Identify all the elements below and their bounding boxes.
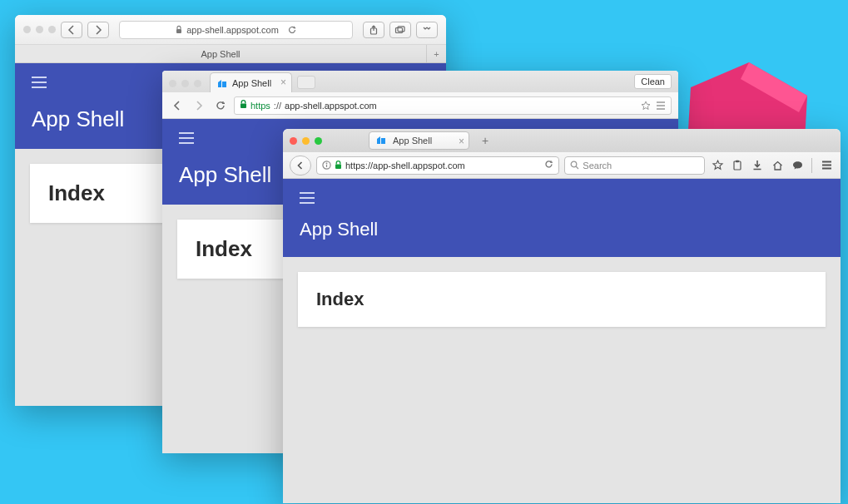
lock-icon bbox=[176, 26, 182, 34]
traffic-lights[interactable] bbox=[169, 80, 201, 87]
hamburger-icon[interactable] bbox=[32, 77, 48, 88]
lock-icon bbox=[240, 100, 247, 111]
svg-rect-13 bbox=[736, 161, 739, 162]
tab-app-shell[interactable]: App Shell bbox=[15, 45, 426, 63]
chrome-tabbar: App Shell × Clean bbox=[162, 71, 678, 92]
svg-rect-10 bbox=[335, 165, 341, 170]
chrome-toolbar: https://app-shell.appspot.com bbox=[162, 92, 678, 119]
app-header: App Shell bbox=[283, 179, 841, 257]
reload-button[interactable] bbox=[544, 160, 553, 170]
menu-icon[interactable] bbox=[656, 101, 666, 111]
home-icon[interactable] bbox=[770, 158, 785, 173]
new-tab-button[interactable] bbox=[297, 76, 315, 89]
search-placeholder: Search bbox=[583, 161, 612, 170]
tab-label: App Shell bbox=[232, 78, 271, 88]
svg-point-11 bbox=[572, 161, 578, 167]
tab-app-shell[interactable]: App Shell × bbox=[369, 131, 469, 150]
firefox-tabbar: App Shell × + bbox=[283, 129, 841, 152]
clipboard-icon[interactable] bbox=[730, 158, 745, 173]
back-button[interactable] bbox=[61, 22, 82, 38]
bookmark-star-icon[interactable] bbox=[710, 158, 725, 173]
address-bar[interactable]: https://app-shell.appspot.com bbox=[234, 96, 672, 115]
app-title: App Shell bbox=[300, 219, 824, 240]
new-tab-button[interactable]: + bbox=[476, 132, 494, 149]
forward-button[interactable] bbox=[87, 22, 109, 38]
close-tab-icon[interactable]: × bbox=[280, 77, 286, 87]
url-scheme: https bbox=[250, 101, 270, 111]
info-icon[interactable] bbox=[322, 161, 331, 170]
svg-rect-12 bbox=[734, 161, 741, 170]
firefox-window: App Shell × + https://app-shell.appspot.… bbox=[283, 129, 841, 503]
share-button[interactable] bbox=[363, 22, 384, 38]
lock-icon bbox=[335, 161, 342, 170]
safari-tabstrip: App Shell + bbox=[15, 45, 446, 63]
tabs-button[interactable] bbox=[389, 22, 411, 38]
svg-rect-6 bbox=[381, 138, 385, 144]
tab-app-shell[interactable]: App Shell × bbox=[210, 72, 292, 92]
search-bar[interactable]: Search bbox=[564, 156, 705, 175]
search-icon bbox=[570, 161, 579, 170]
new-tab-button[interactable]: + bbox=[426, 45, 446, 63]
page-favicon-icon bbox=[376, 135, 386, 146]
back-button[interactable] bbox=[290, 156, 311, 175]
overflow-button[interactable] bbox=[416, 22, 438, 38]
firefox-toolbar: https://app-shell.appspot.com Search bbox=[283, 152, 841, 179]
menu-icon[interactable] bbox=[819, 158, 834, 173]
svg-rect-4 bbox=[222, 82, 226, 87]
svg-rect-3 bbox=[398, 26, 404, 31]
chat-icon[interactable] bbox=[790, 158, 805, 173]
url-host: app-shell.appspot.com bbox=[285, 101, 377, 111]
svg-point-8 bbox=[326, 163, 328, 165]
reload-icon[interactable] bbox=[288, 26, 296, 34]
address-bar[interactable]: https://app-shell.appspot.com bbox=[316, 156, 559, 175]
svg-rect-9 bbox=[326, 165, 327, 167]
hamburger-icon[interactable] bbox=[179, 132, 196, 144]
reload-button[interactable] bbox=[212, 97, 229, 114]
card-heading: Index bbox=[316, 289, 807, 310]
content-card: Index bbox=[298, 272, 826, 327]
svg-rect-5 bbox=[241, 104, 246, 109]
separator bbox=[811, 158, 812, 173]
traffic-lights[interactable] bbox=[23, 26, 56, 33]
download-icon[interactable] bbox=[750, 158, 765, 173]
url-text: https://app-shell.appspot.com bbox=[345, 161, 465, 170]
address-text: app-shell.appspot.com bbox=[186, 25, 279, 35]
svg-rect-2 bbox=[396, 27, 403, 32]
tab-label: App Shell bbox=[391, 136, 452, 146]
back-button[interactable] bbox=[169, 97, 186, 114]
page-favicon-icon bbox=[217, 78, 227, 88]
hamburger-icon[interactable] bbox=[300, 192, 316, 204]
address-bar[interactable]: app-shell.appspot.com bbox=[119, 21, 353, 39]
safari-titlebar: app-shell.appspot.com bbox=[15, 15, 446, 45]
url-sep: :// bbox=[274, 101, 281, 111]
forward-button[interactable] bbox=[191, 97, 207, 114]
star-icon[interactable] bbox=[641, 101, 651, 111]
svg-rect-0 bbox=[176, 29, 181, 33]
traffic-lights[interactable] bbox=[290, 137, 322, 145]
clean-button[interactable]: Clean bbox=[634, 74, 672, 89]
close-tab-icon[interactable]: × bbox=[459, 136, 464, 147]
